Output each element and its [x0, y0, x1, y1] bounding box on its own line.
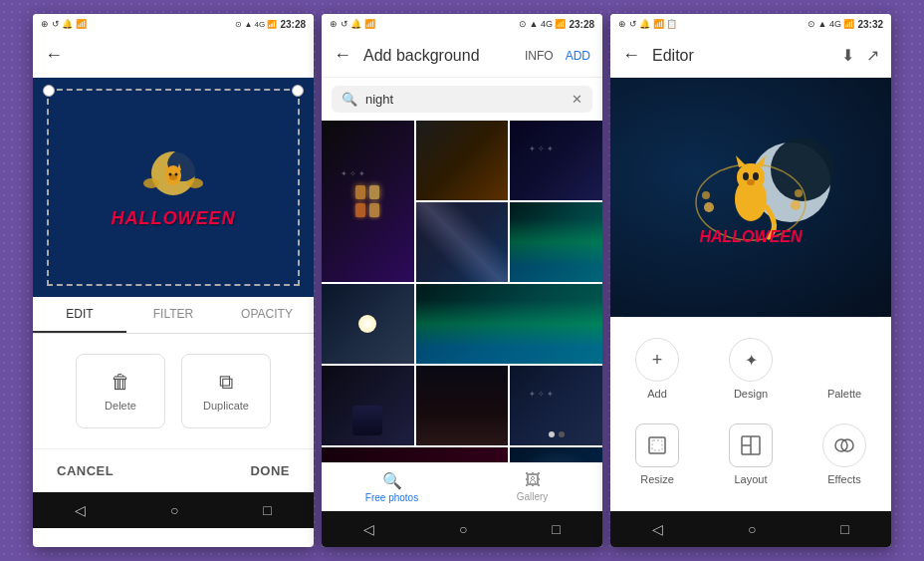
add-label: Add	[647, 388, 667, 400]
nav-home-icon-1[interactable]: ○	[170, 502, 178, 518]
status-right-icons: ⊙ ▲ 4G 📶 23:28	[235, 19, 306, 30]
info-action[interactable]: INFO	[525, 49, 554, 63]
app-icons-3: ⊕ ↺ 🔔 📶 📋	[618, 19, 677, 29]
handle-tl[interactable]	[43, 85, 55, 97]
nav-home-3[interactable]: ○	[748, 521, 756, 537]
cancel-button[interactable]: CANCEL	[57, 463, 114, 478]
photo-cell-9[interactable]	[416, 366, 509, 445]
back-button-2[interactable]: ←	[334, 45, 351, 66]
tool-resize[interactable]: Resize	[610, 412, 704, 497]
delete-label: Delete	[105, 400, 136, 412]
gallery-label: Gallery	[517, 491, 549, 502]
time-2: 23:28	[569, 19, 594, 30]
status-left-2: ⊕ ↺ 🔔 📶	[330, 19, 375, 29]
status-left-icons: ⊕ ↺ 🔔 📶	[41, 19, 87, 29]
photo-cell-2[interactable]	[416, 121, 509, 200]
delete-icon: 🗑	[111, 371, 130, 394]
svg-point-14	[704, 202, 714, 212]
photo-cell-3[interactable]	[510, 121, 602, 200]
effects-label: Effects	[827, 473, 860, 485]
search-icon: 🔍	[342, 92, 357, 107]
nav-recent-3[interactable]: □	[840, 521, 848, 537]
nav-back-3[interactable]: ◁	[652, 521, 663, 537]
editor-halloween-svg: HALLOWEEN	[651, 128, 850, 267]
back-button-3[interactable]: ←	[622, 45, 640, 66]
screen2-title: Add background	[363, 47, 525, 65]
duplicate-label: Duplicate	[203, 400, 249, 412]
moon-cat-svg	[133, 145, 213, 200]
tab-free-photos[interactable]: 🔍 Free photos	[322, 463, 462, 511]
resize-icon-wrap	[635, 423, 679, 467]
nav-back-icon-1[interactable]: ◁	[75, 502, 86, 518]
layout-icon	[739, 433, 763, 457]
tool-design[interactable]: ✦ Design	[704, 326, 798, 412]
palette-label: Palette	[827, 388, 861, 400]
tool-palette[interactable]: Palette	[798, 326, 891, 412]
done-button[interactable]: DONE	[250, 463, 290, 478]
svg-point-15	[702, 191, 710, 199]
tab-filter[interactable]: FILTER	[126, 297, 220, 333]
tool-layout[interactable]: Layout	[704, 412, 798, 497]
photo-cell-8[interactable]	[322, 366, 414, 445]
share-icon[interactable]: ↗	[866, 46, 879, 65]
nav-bar-1: ◁ ○ □	[33, 492, 314, 528]
tab-opacity[interactable]: OPACITY	[220, 297, 314, 333]
halloween-content: HALLOWEEN	[111, 145, 235, 229]
tool-effects[interactable]: Effects	[798, 412, 891, 497]
palette-icon-wrap	[822, 338, 866, 382]
top-bar-1: ←	[33, 34, 314, 78]
svg-point-23	[753, 172, 759, 180]
resize-label: Resize	[640, 473, 674, 485]
tool-add[interactable]: + Add	[610, 326, 704, 412]
duplicate-card[interactable]: ⧉ Duplicate	[181, 354, 271, 428]
status-right-3: ⊙ ▲ 4G 📶 23:32	[808, 19, 883, 30]
tab-gallery[interactable]: 🖼 Gallery	[462, 463, 602, 511]
canvas-border: HALLOWEEN	[47, 89, 300, 286]
free-photos-label: Free photos	[365, 492, 418, 503]
effects-icon	[832, 433, 856, 457]
canvas-area-1: HALLOWEEN	[33, 78, 314, 297]
svg-point-2	[143, 178, 159, 188]
svg-point-9	[174, 173, 177, 176]
app-icons: ⊕ ↺ 🔔 📶	[41, 19, 87, 29]
photo-cell-7[interactable]	[416, 284, 602, 364]
photo-cell-5[interactable]	[510, 202, 602, 282]
photo-cell-1[interactable]	[322, 121, 414, 282]
bottom-actions-1: CANCEL DONE	[33, 448, 314, 492]
status-bar-2: ⊕ ↺ 🔔 📶 ⊙ ▲ 4G 📶 23:28	[322, 14, 602, 34]
back-button-1[interactable]: ←	[45, 45, 63, 66]
halloween-text-1: HALLOWEEN	[111, 208, 235, 229]
clear-icon[interactable]: ✕	[572, 92, 582, 107]
search-input[interactable]	[365, 92, 564, 107]
photo-cell-10[interactable]	[510, 366, 602, 445]
svg-rect-26	[649, 437, 665, 453]
tab-edit[interactable]: EDIT	[33, 297, 126, 333]
signal-icon: ⊙ ▲ 4G 📶	[235, 20, 277, 29]
action-buttons-grid: 🗑 Delete ⧉ Duplicate	[33, 334, 314, 448]
design-icon-wrap: ✦	[729, 338, 773, 382]
screen2: ⊕ ↺ 🔔 📶 ⊙ ▲ 4G 📶 23:28 ← Add background …	[322, 14, 602, 547]
download-icon[interactable]: ⬇	[841, 46, 854, 65]
photo-cell-6[interactable]	[322, 284, 414, 364]
handle-tr[interactable]	[292, 85, 304, 97]
photo-cell-12[interactable]	[510, 447, 602, 462]
status-right-2: ⊙ ▲ 4G 📶 23:28	[519, 19, 594, 30]
nav-back-2[interactable]: ◁	[363, 521, 374, 537]
time-3: 23:32	[857, 19, 883, 30]
nav-recent-2[interactable]: □	[552, 521, 560, 537]
add-action[interactable]: ADD	[566, 49, 590, 63]
status-bar-1: ⊕ ↺ 🔔 📶 ⊙ ▲ 4G 📶 23:28	[33, 14, 314, 34]
add-icon-wrap: +	[635, 338, 679, 382]
delete-card[interactable]: 🗑 Delete	[76, 354, 165, 428]
screen3: ⊕ ↺ 🔔 📶 📋 ⊙ ▲ 4G 📶 23:32 ← Editor ⬇ ↗	[610, 14, 891, 547]
photo-cell-11[interactable]	[322, 447, 508, 462]
effects-icon-wrap	[822, 423, 866, 467]
photo-cell-4[interactable]	[416, 202, 509, 282]
resize-icon	[645, 433, 669, 457]
design-icon: ✦	[745, 351, 758, 370]
status-bar-3: ⊕ ↺ 🔔 📶 📋 ⊙ ▲ 4G 📶 23:32	[610, 14, 891, 34]
nav-recent-icon-1[interactable]: □	[263, 502, 271, 518]
nav-home-2[interactable]: ○	[459, 521, 467, 537]
time-display: 23:28	[280, 19, 306, 30]
svg-rect-27	[652, 440, 662, 450]
